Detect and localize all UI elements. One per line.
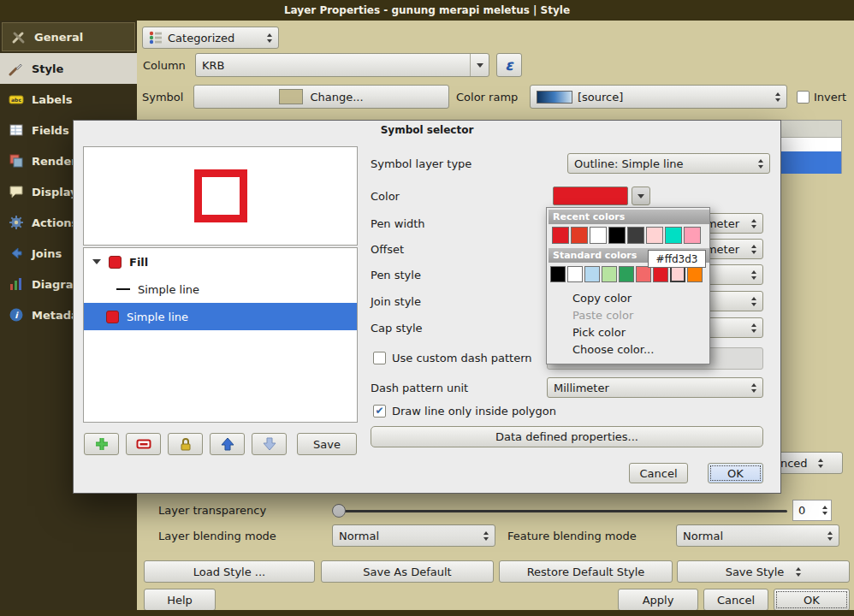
- tree-item-label: Simple line: [127, 311, 188, 323]
- layer-blending-dropdown[interactable]: Normal: [332, 524, 495, 547]
- transparency-slider-track[interactable]: [334, 510, 787, 512]
- color-swatch[interactable]: [687, 266, 703, 282]
- combo-arrow-icon[interactable]: [470, 54, 489, 76]
- ok-button[interactable]: OK: [774, 589, 850, 611]
- sidebar-item-label: Style: [32, 62, 63, 75]
- window-titlebar[interactable]: Layer Properties - gunung merapi meletus…: [0, 0, 854, 21]
- save-as-default-button[interactable]: Save As Default: [321, 560, 494, 583]
- menu-item-choose-color[interactable]: Choose color...: [547, 341, 709, 358]
- dropdown-arrows-icon: [267, 33, 272, 43]
- color-swatch[interactable]: [665, 227, 682, 244]
- column-combobox[interactable]: KRB: [195, 53, 489, 77]
- color-swatch[interactable]: [567, 266, 583, 282]
- dash-pattern-unit-label: Dash pattern unit: [371, 377, 468, 398]
- symbol-preview-square: [194, 169, 247, 222]
- color-swatch[interactable]: [584, 266, 600, 282]
- symbol-preview-swatch: [279, 89, 303, 104]
- add-symbol-layer-button[interactable]: [84, 433, 119, 455]
- data-defined-properties-button[interactable]: Data defined properties...: [371, 426, 763, 447]
- color-swatch[interactable]: [590, 227, 607, 244]
- feature-blending-label: Feature blending mode: [507, 524, 637, 547]
- info-icon: i: [9, 307, 24, 323]
- apply-button[interactable]: Apply: [618, 589, 698, 611]
- tree-item-label: Fill: [129, 256, 148, 269]
- chevron-down-icon: [638, 194, 644, 198]
- restore-default-style-button[interactable]: Restore Default Style: [499, 560, 673, 583]
- lock-layer-button[interactable]: [168, 433, 203, 455]
- lock-icon: [178, 436, 193, 452]
- dialog-cancel-button[interactable]: Cancel: [629, 463, 688, 483]
- symbol-preview-area: [83, 146, 358, 246]
- tree-item-simple-line[interactable]: Simple line: [84, 275, 357, 303]
- menu-item-pick-color[interactable]: Pick color: [547, 324, 709, 341]
- dropdown-arrows-icon: [818, 459, 823, 468]
- sidebar-item-labels[interactable]: abc Labels: [0, 84, 137, 115]
- tree-item-fill[interactable]: Fill: [84, 248, 357, 275]
- wrench-icon: [11, 29, 27, 44]
- tree-item-simple-line-selected[interactable]: Simple line: [84, 303, 357, 330]
- menu-item-copy-color[interactable]: Copy color: [547, 290, 709, 307]
- layer-properties-window: Layer Properties - gunung merapi meletus…: [0, 0, 854, 616]
- symbol-layer-type-dropdown[interactable]: Outline: Simple line: [567, 153, 770, 174]
- dropdown-arrows-icon: [751, 270, 756, 280]
- feature-blending-value: Normal: [683, 530, 723, 542]
- color-swatch[interactable]: [608, 227, 626, 244]
- load-style-button[interactable]: Load Style ...: [144, 560, 315, 583]
- feature-blending-dropdown[interactable]: Normal: [676, 524, 839, 547]
- sidebar-item-style[interactable]: Style: [0, 53, 137, 84]
- spinbox-arrows-icon[interactable]: [822, 506, 827, 515]
- cancel-button[interactable]: Cancel: [703, 589, 768, 611]
- save-symbol-button[interactable]: Save: [297, 433, 357, 455]
- help-button[interactable]: Help: [144, 589, 216, 611]
- symbol-label: Symbol: [142, 85, 183, 109]
- save-style-button[interactable]: Save Style: [677, 560, 850, 583]
- column-value: KRB: [202, 59, 224, 72]
- color-swatch[interactable]: [602, 266, 617, 282]
- sidebar-item-label: Actions: [32, 216, 78, 229]
- color-ramp-dropdown[interactable]: [source]: [530, 85, 787, 109]
- offset-label: Offset: [371, 239, 404, 259]
- symbol-change-button[interactable]: Change...: [193, 85, 449, 109]
- fill-swatch: [109, 256, 122, 269]
- color-swatch[interactable]: [627, 227, 644, 244]
- color-dropdown-arrow-button[interactable]: [632, 187, 650, 205]
- dropdown-arrows-icon: [827, 531, 833, 541]
- table-icon: [9, 122, 24, 138]
- move-layer-up-button[interactable]: [210, 433, 245, 455]
- expression-builder-button[interactable]: ε: [496, 53, 522, 77]
- draw-inside-polygon-checkbox[interactable]: [373, 405, 386, 418]
- color-swatch[interactable]: [550, 266, 566, 282]
- color-ramp-value: [source]: [578, 91, 623, 104]
- dropdown-arrows-icon: [751, 245, 756, 254]
- sidebar-item-general[interactable]: General: [2, 22, 135, 51]
- transparency-spinbox[interactable]: 0: [792, 500, 832, 521]
- color-swatch[interactable]: [619, 266, 634, 282]
- join-style-label: Join style: [371, 291, 421, 311]
- invert-checkbox[interactable]: [797, 91, 810, 104]
- renderer-type-dropdown[interactable]: Categorized: [142, 27, 279, 49]
- dropdown-arrows-icon: [758, 159, 763, 169]
- color-swatch[interactable]: [653, 266, 668, 282]
- join-arrow-icon: [9, 246, 24, 261]
- color-swatch[interactable]: [571, 227, 588, 244]
- arrow-up-icon: [220, 436, 235, 452]
- remove-symbol-layer-button[interactable]: [126, 433, 161, 455]
- expander-icon[interactable]: [92, 259, 101, 264]
- epsilon-icon: ε: [505, 56, 513, 74]
- dropdown-arrows-icon: [775, 92, 780, 102]
- color-swatch-hovered[interactable]: [670, 266, 685, 282]
- color-swatch[interactable]: [636, 266, 651, 282]
- window-title: Layer Properties - gunung merapi meletus…: [284, 4, 570, 16]
- use-custom-dash-checkbox[interactable]: [373, 352, 386, 364]
- dialog-ok-button[interactable]: OK: [708, 463, 763, 483]
- color-swatch[interactable]: [552, 227, 569, 244]
- dash-pattern-unit-dropdown[interactable]: Millimeter: [547, 377, 763, 398]
- symbol-layer-type-label: Symbol layer type: [371, 153, 471, 174]
- sidebar-item-label: General: [34, 31, 83, 44]
- color-swatch[interactable]: [646, 227, 663, 244]
- color-swatch[interactable]: [684, 227, 701, 244]
- transparency-slider-handle[interactable]: [332, 504, 346, 518]
- color-button[interactable]: [553, 187, 628, 205]
- cap-style-label: Cap style: [371, 317, 423, 338]
- symbol-change-label: Change...: [310, 91, 363, 104]
